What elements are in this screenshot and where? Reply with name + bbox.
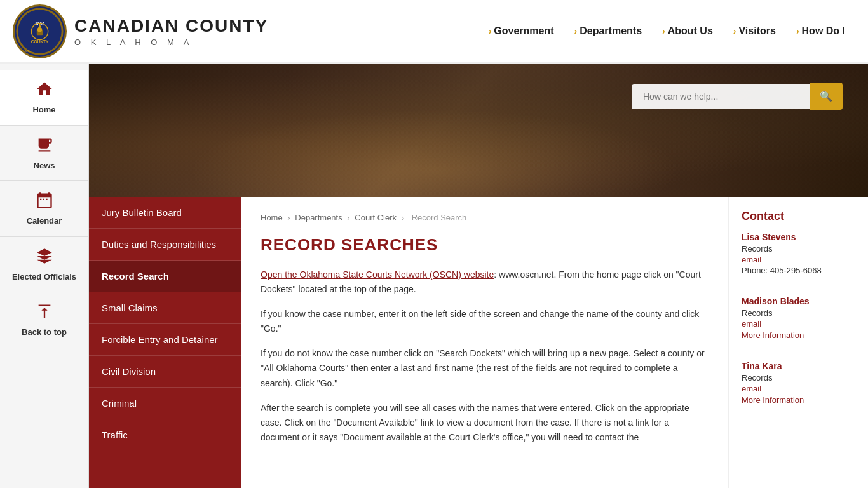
calendar-icon [36,191,53,214]
breadcrumb-current: Record Search [412,213,467,222]
content-paragraph-1: Open the Oklahoma State Courts Network (… [261,268,709,297]
nav-how-do-i[interactable]: › How Do I [786,25,855,37]
news-icon [36,136,53,158]
breadcrumb-sep: › [287,213,290,222]
left-sidebar: Home News Calendar Elected Officials Bac… [0,64,89,488]
chevron-icon: › [489,26,492,36]
chevron-icon: › [733,26,736,36]
contact-divider [742,288,855,288]
back-to-top-label: Back to top [22,327,67,337]
nav-record-search[interactable]: Record Search [89,261,241,292]
hero-banner: 🔍 [0,64,868,197]
contact-email-1[interactable]: email [742,255,855,264]
contact-person-2: Madison Blades Records email More Inform… [742,296,855,340]
sidebar-item-elected-officials[interactable]: Elected Officials [0,237,88,293]
breadcrumb: Home › Departments › Court Clerk › Recor… [261,213,709,222]
elected-officials-icon [36,247,53,269]
search-box: 🔍 [632,83,843,110]
content-body: Open the Oklahoma State Courts Network (… [261,268,709,445]
site-header: 1890 COUNTY OK CANADIAN COUNTY O K L A H… [0,0,868,64]
content-paragraph-3: If you do not know the case number click… [261,346,709,390]
sidebar-item-back-to-top[interactable]: Back to top [0,292,88,348]
nav-departments[interactable]: › Departments [564,25,652,37]
back-to-top-icon [36,302,53,325]
contact-role-3: Records [742,373,855,383]
contact-role-1: Records [742,244,855,254]
calendar-label: Calendar [27,216,62,226]
contact-person-3: Tina Kara Records email More Information [742,361,855,405]
chevron-icon: › [574,26,578,36]
nav-about-us[interactable]: › About Us [652,25,723,37]
breadcrumb-court-clerk[interactable]: Court Clerk [355,213,397,222]
home-icon [36,80,53,102]
nav-visitors[interactable]: › Visitors [723,25,786,37]
contact-email-2[interactable]: email [742,319,855,329]
home-label: Home [32,105,55,115]
breadcrumb-home[interactable]: Home [261,213,283,222]
content-area: Home › Departments › Court Clerk › Recor… [241,197,728,488]
contact-sidebar: Contact Lisa Stevens Records email Phone… [728,197,868,488]
page-title: RECORD SEARCHES [261,235,709,255]
logo-area: 1890 COUNTY OK CANADIAN COUNTY O K L A H… [13,4,268,58]
logo-svg: 1890 COUNTY OK [16,8,64,55]
contact-role-2: Records [742,308,855,318]
secondary-nav: Jury Bulletin Board Duties and Responsib… [89,197,241,488]
search-button[interactable]: 🔍 [810,83,843,110]
logo-text: CANADIAN COUNTY O K L A H O M A [74,16,268,47]
chevron-icon: › [662,26,665,36]
contact-divider-2 [742,353,855,353]
elected-officials-label: Elected Officials [12,272,76,282]
contact-more-2[interactable]: More Information [742,330,855,340]
nav-civil-division[interactable]: Civil Division [89,356,241,388]
oscn-link[interactable]: Open the Oklahoma State Courts Network (… [261,269,494,280]
breadcrumb-sep: › [402,213,404,222]
contact-name-2: Madison Blades [742,296,855,306]
logo-circle: 1890 COUNTY OK [13,4,67,58]
nav-small-claims[interactable]: Small Claims [89,292,241,324]
news-label: News [34,161,55,171]
logo-title: CANADIAN COUNTY [74,16,268,36]
breadcrumb-sep: › [347,213,349,222]
nav-forcible-entry[interactable]: Forcible Entry and Detainer [89,324,241,356]
contact-name-1: Lisa Stevens [742,232,855,242]
breadcrumb-departments[interactable]: Departments [295,213,342,222]
sidebar-item-calendar[interactable]: Calendar [0,181,88,237]
contact-phone-1: Phone: 405-295-6068 [742,266,855,275]
contact-person-1: Lisa Stevens Records email Phone: 405-29… [742,232,855,275]
logo-subtitle: O K L A H O M A [74,37,268,47]
contact-title: Contact [742,210,855,223]
contact-more-3[interactable]: More Information [742,395,855,405]
search-input[interactable] [632,84,810,109]
nav-traffic[interactable]: Traffic [89,419,241,451]
main-nav: › Government › Departments › About Us › … [478,25,855,37]
svg-text:OK: OK [25,49,31,53]
contact-email-3[interactable]: email [742,384,855,393]
nav-criminal[interactable]: Criminal [89,388,241,419]
contact-name-3: Tina Kara [742,361,855,371]
nav-government[interactable]: › Government [478,25,564,37]
nav-duties[interactable]: Duties and Responsibilities [89,229,241,261]
nav-jury-bulletin[interactable]: Jury Bulletin Board [89,197,241,229]
main-layout: Jury Bulletin Board Duties and Responsib… [89,197,868,488]
sidebar-item-home[interactable]: Home [0,70,88,126]
sidebar-item-news[interactable]: News [0,126,88,182]
content-paragraph-4: After the search is complete you will se… [261,401,709,445]
content-paragraph-2: If you know the case number, enter it on… [261,307,709,336]
chevron-icon: › [796,26,799,36]
svg-point-6 [37,27,43,32]
